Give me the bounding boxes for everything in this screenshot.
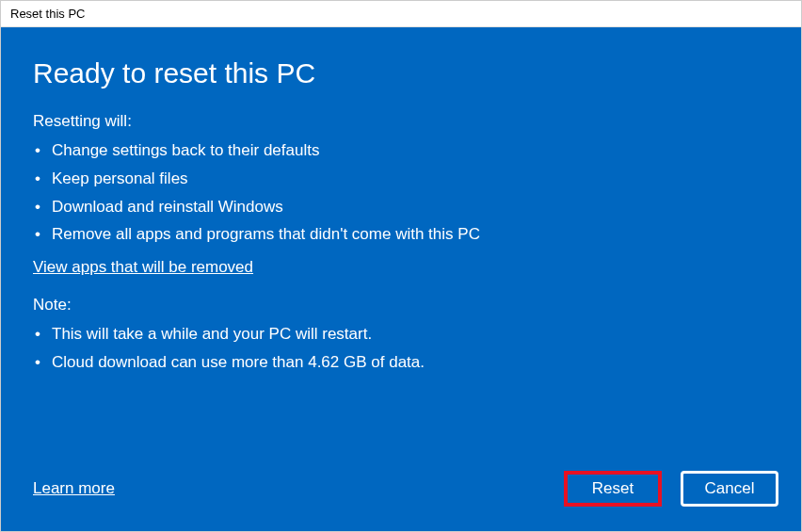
resetting-label: Resetting will:: [33, 112, 769, 131]
learn-more-link[interactable]: Learn more: [33, 479, 115, 498]
dialog-content: Ready to reset this PC Resetting will: C…: [1, 27, 801, 531]
button-row: Reset Cancel: [564, 471, 778, 507]
reset-pc-dialog: Reset this PC Ready to reset this PC Res…: [0, 0, 802, 532]
list-item: Change settings back to their defaults: [48, 137, 769, 165]
list-item: Remove all apps and programs that didn't…: [48, 220, 769, 249]
list-item: Cloud download can use more than 4.62 GB…: [48, 348, 769, 377]
reset-button[interactable]: Reset: [564, 471, 662, 507]
list-item: Download and reinstall Windows: [48, 193, 769, 221]
cancel-button[interactable]: Cancel: [681, 471, 778, 507]
dialog-footer: Learn more Reset Cancel: [33, 471, 778, 507]
titlebar: Reset this PC: [1, 1, 801, 27]
note-label: Note:: [33, 296, 769, 314]
list-item: Keep personal files: [48, 165, 769, 193]
list-item: This will take a while and your PC will …: [48, 320, 769, 348]
resetting-list: Change settings back to their defaults K…: [33, 137, 769, 249]
view-apps-link[interactable]: View apps that will be removed: [33, 258, 769, 277]
window-title: Reset this PC: [10, 7, 85, 21]
page-title: Ready to reset this PC: [33, 57, 769, 89]
note-list: This will take a while and your PC will …: [33, 320, 769, 377]
